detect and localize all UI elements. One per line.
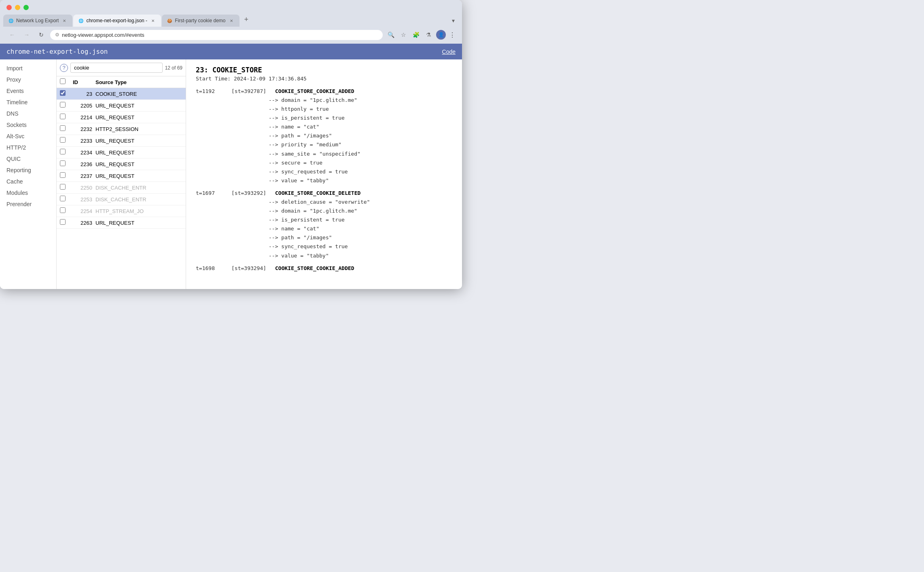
sidebar-item-cache[interactable]: Cache	[0, 176, 56, 187]
table-header: ID Source Type	[57, 76, 186, 88]
row-checkbox[interactable]	[60, 196, 66, 201]
tab-title-3: First-party cookie demo	[175, 18, 225, 23]
table-row[interactable]: 2232 HTTP2_SESSION	[57, 123, 186, 135]
app-header-title: chrome-net-export-log.json	[6, 48, 108, 55]
sidebar-item-http2[interactable]: HTTP/2	[0, 142, 56, 153]
traffic-light-yellow[interactable]	[15, 5, 20, 10]
event-param-line: --> domain = "1pc.glitch.me"	[269, 96, 452, 105]
event-param-line: --> is_persistent = true	[269, 215, 452, 224]
table-row[interactable]: 2205 URL_REQUEST	[57, 100, 186, 112]
row-checkbox[interactable]	[60, 160, 66, 166]
row-checkbox[interactable]	[60, 184, 66, 190]
table-row[interactable]: 2254 HTTP_STREAM_JO	[57, 205, 186, 217]
event-entry: t=1698 [st=393294] COOKIE_STORE_COOKIE_A…	[196, 265, 452, 271]
row-source: COOKIE_STORE	[95, 91, 182, 97]
reload-button[interactable]: ↻	[36, 29, 47, 40]
table-row[interactable]: 2250 DISK_CACHE_ENTR	[57, 182, 186, 194]
row-checkbox[interactable]	[60, 137, 66, 143]
row-id: 2236	[71, 161, 95, 167]
tab-title-2: chrome-net-export-log.json -	[86, 18, 147, 23]
row-checkbox[interactable]	[60, 90, 66, 96]
search-input[interactable]	[70, 63, 163, 73]
select-all-checkbox[interactable]	[60, 78, 66, 84]
tab-bar: 🌐 Network Log Export ✕ 🌐 chrome-net-expo…	[0, 10, 462, 27]
tab-close-1[interactable]: ✕	[61, 17, 68, 24]
tab-chrome-net-export[interactable]: 🌐 chrome-net-export-log.json - ✕	[73, 15, 161, 27]
row-checkbox[interactable]	[60, 172, 66, 178]
code-link[interactable]: Code	[442, 49, 456, 55]
row-id: 2232	[71, 126, 95, 132]
sidebar-item-proxy[interactable]: Proxy	[0, 74, 56, 85]
sidebar-item-import[interactable]: Import	[0, 63, 56, 74]
event-st: [st=393294]	[231, 265, 272, 271]
table-row[interactable]: 2214 URL_REQUEST	[57, 112, 186, 123]
row-id: 2205	[71, 103, 95, 109]
url-bar[interactable]: ⚙ netlog-viewer.appspot.com/#events	[50, 30, 383, 40]
table-row[interactable]: 23 COOKIE_STORE	[57, 88, 186, 100]
tab-close-2[interactable]: ✕	[150, 17, 156, 24]
row-source: URL_REQUEST	[95, 220, 182, 226]
sidebar-item-events[interactable]: Events	[0, 85, 56, 97]
sidebar-item-dns[interactable]: DNS	[0, 108, 56, 119]
event-param-line: --> priority = "medium"	[269, 140, 452, 149]
row-id: 2237	[71, 173, 95, 179]
row-id: 2253	[71, 196, 95, 203]
sidebar: Import Proxy Events Timeline DNS Sockets…	[0, 59, 57, 289]
row-checkbox[interactable]	[60, 102, 66, 108]
app-header: chrome-net-export-log.json Code	[0, 44, 462, 59]
tab-title-1: Network Log Export	[16, 18, 59, 23]
profile-button[interactable]: 👤	[436, 30, 446, 40]
tab-dropdown-button[interactable]: ▾	[448, 15, 459, 27]
new-tab-button[interactable]: +	[240, 13, 253, 27]
event-param-line: --> deletion_cause = "overwrite"	[269, 198, 452, 207]
sidebar-item-timeline[interactable]: Timeline	[0, 97, 56, 108]
back-button[interactable]: ←	[6, 29, 18, 40]
event-param-line: --> domain = "1pc.glitch.me"	[269, 207, 452, 215]
forward-button[interactable]: →	[21, 29, 32, 40]
event-t: t=1192	[196, 88, 228, 94]
tab-first-party-cookie[interactable]: 🍪 First-party cookie demo ✕	[162, 15, 239, 27]
event-type: COOKIE_STORE_COOKIE_DELETED	[275, 190, 360, 196]
sidebar-item-sockets[interactable]: Sockets	[0, 119, 56, 131]
traffic-light-green[interactable]	[23, 5, 29, 10]
help-button[interactable]: ?	[60, 64, 68, 72]
tab-network-log-export[interactable]: 🌐 Network Log Export ✕	[3, 15, 72, 27]
event-param-line: --> value = "tabby"	[269, 251, 452, 260]
extensions-icon[interactable]: 🧩	[411, 31, 421, 39]
bookmark-icon[interactable]: ☆	[399, 31, 408, 39]
sidebar-item-quic[interactable]: QUIC	[0, 153, 56, 165]
row-checkbox[interactable]	[60, 207, 66, 213]
menu-button[interactable]: ⋮	[449, 31, 456, 39]
table-row[interactable]: 2253 DISK_CACHE_ENTR	[57, 194, 186, 205]
lab-icon[interactable]: ⚗	[424, 31, 433, 39]
traffic-light-red[interactable]	[6, 5, 12, 10]
sidebar-item-prerender[interactable]: Prerender	[0, 198, 56, 210]
row-checkbox[interactable]	[60, 219, 66, 225]
address-bar: ← → ↻ ⚙ netlog-viewer.appspot.com/#event…	[0, 27, 462, 44]
row-source: DISK_CACHE_ENTR	[95, 196, 182, 203]
row-checkbox[interactable]	[60, 114, 66, 119]
row-checkbox[interactable]	[60, 149, 66, 154]
tab-favicon-1: 🌐	[8, 18, 14, 23]
search-icon[interactable]: 🔍	[386, 31, 396, 39]
event-param-line: --> value = "tabby"	[269, 176, 452, 185]
row-checkbox[interactable]	[60, 125, 66, 131]
table-row[interactable]: 2234 URL_REQUEST	[57, 147, 186, 158]
row-source: URL_REQUEST	[95, 103, 182, 109]
table-row[interactable]: 2233 URL_REQUEST	[57, 135, 186, 147]
sidebar-item-modules[interactable]: Modules	[0, 187, 56, 198]
event-param-line: --> path = "/images"	[269, 233, 452, 242]
search-count: 12 of 69	[165, 65, 182, 71]
sidebar-item-reporting[interactable]: Reporting	[0, 165, 56, 176]
event-param-line: --> path = "/images"	[269, 131, 452, 140]
tab-close-3[interactable]: ✕	[228, 17, 235, 24]
sidebar-item-alt-svc[interactable]: Alt-Svc	[0, 131, 56, 142]
table-row[interactable]: 2263 URL_REQUEST	[57, 217, 186, 229]
table-row[interactable]: 2237 URL_REQUEST	[57, 170, 186, 182]
url-text: netlog-viewer.appspot.com/#events	[62, 32, 378, 38]
table-row[interactable]: 2236 URL_REQUEST	[57, 158, 186, 170]
event-param-line: --> name = "cat"	[269, 122, 452, 131]
events-table: 23 COOKIE_STORE 2205 URL_REQUEST 2214 UR…	[57, 88, 186, 289]
row-id: 2250	[71, 185, 95, 191]
event-params: --> domain = "1pc.glitch.me" --> httponl…	[196, 96, 452, 185]
